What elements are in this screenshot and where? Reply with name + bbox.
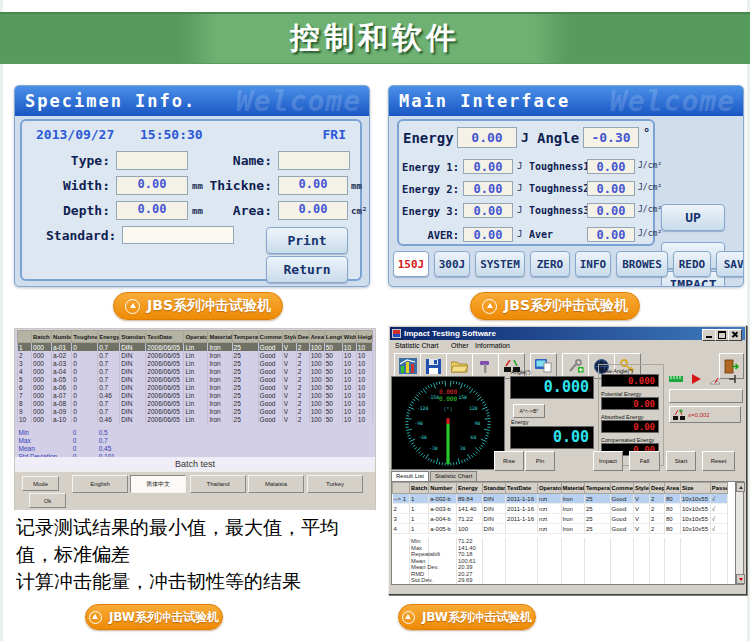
150j-button[interactable]: 150J (393, 251, 429, 277)
table-row[interactable]: --> 11a-002-b89.84DIN2011-1-16nztIron25G… (393, 494, 728, 504)
play-icon[interactable] (691, 374, 701, 384)
minimize-button[interactable] (702, 329, 716, 341)
table-row[interactable]: 9000a-0900.7DIN2006/06/05LinIron25GoodV2… (18, 407, 373, 415)
table-row[interactable]: 5000a-0500.7DIN2006/06/05LinIron25GoodV2… (18, 375, 373, 383)
angle-field[interactable]: -0.30 (583, 127, 639, 148)
jbs-series-badge-left[interactable]: JBS系列冲击试验机 (113, 292, 283, 320)
close-button[interactable] (728, 329, 742, 341)
column-header[interactable]: Length (324, 331, 342, 343)
menu-item[interactable]: Information (475, 342, 510, 349)
table-row[interactable]: 31a-004-b71.22DIN2011-1-16nztIron25GoodV… (393, 514, 728, 524)
value-field[interactable]: 0.00 (463, 181, 513, 196)
language-button[interactable]: 简体中文 (130, 475, 186, 493)
column-header[interactable]: Temperat (585, 483, 611, 494)
column-header[interactable]: Toughness (72, 331, 98, 343)
fall-button[interactable]: Fall (629, 451, 660, 471)
column-header[interactable]: Comment (258, 331, 282, 343)
column-header[interactable]: Height (356, 331, 372, 343)
table-row[interactable]: 2000a-0200.7DIN2006/06/05LinIron25GoodV2… (18, 351, 373, 359)
value-field[interactable]: 0.00 (463, 203, 513, 218)
value-field[interactable]: 0.00 (463, 227, 513, 242)
column-header[interactable]: Width (342, 331, 356, 343)
table-row[interactable]: 6000a-0600.7DIN2006/06/05LinIron25GoodV2… (18, 383, 373, 391)
value-field[interactable]: 0.00 (587, 159, 635, 174)
start-button[interactable]: Start (666, 451, 696, 471)
column-header[interactable]: Material (208, 331, 232, 343)
column-header[interactable]: Deep (296, 331, 309, 343)
name-field[interactable] (278, 151, 350, 170)
tab-result-list[interactable]: Result List (391, 471, 429, 481)
jbw-series-badge-right[interactable]: JBW系列冲击试验机 (398, 604, 536, 630)
browes-button[interactable]: BROWES (616, 251, 668, 277)
column-header[interactable]: Temperat (232, 331, 258, 343)
value-field[interactable]: 0.00 (587, 181, 635, 196)
column-header[interactable] (18, 331, 32, 343)
column-header[interactable]: Size (680, 483, 710, 494)
table-row[interactable]: 21a-003-b141.40DIN2011-1-16nztIron25Good… (393, 504, 728, 514)
column-header[interactable]: Number (52, 331, 72, 343)
ok-button[interactable]: Ok (29, 493, 66, 508)
column-header[interactable]: Comment (610, 483, 633, 494)
column-header[interactable]: Batch (410, 483, 429, 494)
table-row[interactable]: 8000a-0800.7DIN2006/06/05LinIron25GoodV2… (18, 399, 373, 407)
language-button[interactable]: Thailand (190, 475, 246, 493)
area-field[interactable]: 0.00 (278, 201, 348, 220)
impact-button[interactable]: Impact (593, 451, 623, 471)
width-field[interactable]: 0.00 (116, 176, 188, 195)
column-header[interactable]: Standard (482, 483, 505, 494)
column-header[interactable]: Number (429, 483, 457, 494)
scroll-up-arrow[interactable] (736, 482, 745, 492)
column-header[interactable]: Operator (184, 331, 208, 343)
column-header[interactable]: Operator (538, 483, 561, 494)
language-button[interactable]: Turkey (307, 475, 363, 493)
tab-statistic-chart[interactable]: Statistic Chart (430, 471, 477, 481)
value-field[interactable]: 0.00 (463, 159, 513, 174)
table-row[interactable]: 10000a-1000.46DIN2006/06/05LinIron25Good… (18, 415, 373, 423)
table-row[interactable]: 3000a-0300.7DIN2006/06/05LinIron25GoodV2… (18, 359, 373, 367)
save-button[interactable]: SAVE (716, 251, 744, 277)
scroll-down-arrow[interactable] (736, 574, 745, 584)
menu-item[interactable]: Statistic Chart (395, 342, 439, 349)
column-header[interactable]: Material (561, 483, 584, 494)
column-header[interactable]: Area (309, 331, 324, 343)
column-header[interactable]: Area (664, 483, 680, 494)
zero-button[interactable]: ZERO (530, 251, 570, 277)
column-header[interactable]: Style (634, 483, 650, 494)
print-button[interactable]: Print (266, 227, 348, 254)
up-button[interactable]: UP (661, 204, 725, 231)
return-button[interactable]: Return (266, 256, 348, 283)
info-button[interactable]: INFO (575, 251, 611, 277)
jbs-series-badge-right[interactable]: JBS系列冲击试验机 (470, 292, 640, 320)
jbw-series-badge-left[interactable]: JBW系列冲击试验机 (85, 604, 223, 630)
standard-field[interactable] (122, 226, 234, 244)
rise-button[interactable]: Rise (494, 451, 524, 471)
column-header[interactable]: TestDate (146, 331, 184, 343)
thickne-field[interactable]: 0.00 (278, 176, 348, 195)
table-row[interactable]: 7000a-0700.46DIN2006/06/05LinIron25GoodV… (18, 391, 373, 399)
energy-field[interactable]: 0.00 (457, 127, 517, 148)
table-row[interactable]: 41a-005-b100DINnztIron25GoodV28010x10x55… (393, 524, 728, 534)
column-header[interactable]: Deep (650, 483, 665, 494)
language-button[interactable]: Malaisia (248, 475, 304, 493)
depth-field[interactable]: 0.00 (116, 201, 188, 220)
menu-item[interactable]: Other (451, 342, 469, 349)
ab-toggle-button[interactable]: A°<->B° (513, 404, 545, 418)
vertical-scrollbar[interactable] (735, 481, 744, 585)
language-button[interactable]: English (72, 475, 128, 493)
column-header[interactable]: Standard (120, 331, 146, 343)
table-row[interactable]: 1000a-0100.7DIN2006/06/05LinIron25GoodV2… (18, 343, 373, 352)
column-header[interactable]: TestDate (506, 483, 538, 494)
type-field[interactable] (116, 151, 188, 170)
table-row[interactable]: 4000a-0400.7DIN2006/06/05LinIron25GoodV2… (18, 367, 373, 375)
maximize-button[interactable] (715, 329, 729, 341)
mode-button[interactable]: Mode (22, 476, 59, 491)
value-field[interactable]: 0.00 (587, 203, 635, 218)
redo-button[interactable]: REDO (673, 251, 711, 277)
reset-button[interactable]: Reset (702, 451, 735, 471)
column-header[interactable]: Energy (457, 483, 483, 494)
column-header[interactable]: Energy (98, 331, 120, 343)
pin-button[interactable]: Pin (525, 451, 555, 471)
300j-button[interactable]: 300J (434, 251, 470, 277)
column-header[interactable]: Batch (32, 331, 52, 343)
system-button[interactable]: SYSTEM (475, 251, 525, 277)
